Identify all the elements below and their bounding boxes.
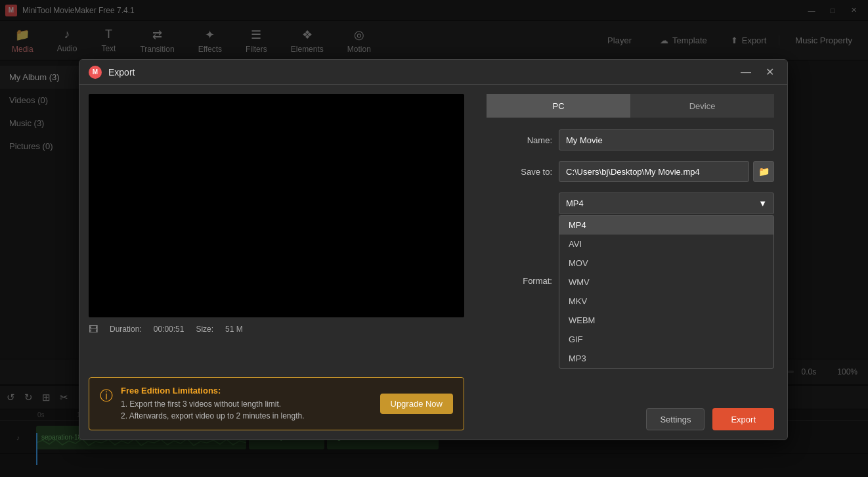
format-select-wrap: MP4 ▼ MP4 AVI MOV WMV MKV WEBM GIF: [559, 193, 774, 369]
limitation-text: Free Edition Limitations: 1. Export the …: [121, 386, 372, 422]
folder-icon: 📁: [758, 166, 770, 177]
limitation-line2: 2. Afterwards, export video up to 2 minu…: [121, 410, 372, 422]
browse-button[interactable]: 📁: [753, 161, 774, 182]
format-option-mkv[interactable]: MKV: [559, 292, 773, 311]
duration-value: 00:00:51: [154, 325, 184, 334]
name-label: Name:: [487, 135, 552, 145]
size-value: 51 M: [225, 325, 243, 334]
settings-button[interactable]: Settings: [646, 408, 705, 430]
upgrade-now-button[interactable]: Upgrade Now: [380, 394, 454, 414]
format-option-mp4[interactable]: MP4: [559, 216, 773, 235]
dialog-title: Export: [108, 67, 730, 78]
preview-info: 🎞 Duration: 00:00:51 Size: 51 M: [89, 324, 464, 334]
format-row: Format: MP4 ▼ MP4 AVI MOV WMV MKV: [487, 193, 774, 369]
tab-device[interactable]: Device: [630, 94, 774, 118]
format-dropdown: MP4 AVI MOV WMV MKV WEBM GIF MP3: [559, 215, 774, 369]
limitation-title: Free Edition Limitations:: [121, 386, 372, 396]
format-label: Format:: [487, 276, 552, 286]
preview-film-icon: 🎞: [89, 324, 98, 334]
format-option-webm[interactable]: WEBM: [559, 311, 773, 330]
export-action-button[interactable]: Export: [712, 408, 774, 430]
dialog-close-button[interactable]: ✕: [762, 64, 778, 80]
format-option-mov[interactable]: MOV: [559, 254, 773, 273]
name-input[interactable]: [559, 129, 774, 150]
format-option-gif[interactable]: GIF: [559, 330, 773, 349]
dialog-footer: Settings Export: [487, 398, 774, 430]
format-selected[interactable]: MP4 ▼: [559, 193, 774, 214]
dialog-titlebar: M Export — ✕: [79, 60, 787, 85]
duration-label: Duration:: [110, 325, 142, 334]
dialog-preview: 🎞 Duration: 00:00:51 Size: 51 M ⓘ Free E…: [79, 85, 473, 440]
info-icon: ⓘ: [100, 387, 113, 405]
limitation-line1: 1. Export the first 3 videos without len…: [121, 398, 372, 410]
format-option-mp3[interactable]: MP3: [559, 349, 773, 368]
dialog-settings: PC Device Name: Save to: 📁: [473, 85, 787, 440]
save-to-input[interactable]: [559, 161, 749, 182]
dialog-app-icon: M: [89, 66, 102, 79]
format-option-wmv[interactable]: WMV: [559, 273, 773, 292]
modal-overlay: M Export — ✕ 🎞 Duration: 00:00:51 Size: …: [0, 0, 868, 477]
chevron-down-icon: ▼: [758, 198, 767, 208]
dialog-minimize-button[interactable]: —: [737, 65, 755, 80]
name-row: Name:: [487, 129, 774, 150]
export-dialog: M Export — ✕ 🎞 Duration: 00:00:51 Size: …: [79, 59, 788, 440]
save-to-wrap: 📁: [559, 161, 774, 182]
save-to-label: Save to:: [487, 167, 552, 177]
size-label: Size:: [196, 325, 213, 334]
tab-pc[interactable]: PC: [487, 94, 630, 118]
tab-row: PC Device: [487, 94, 774, 118]
save-to-row: Save to: 📁: [487, 161, 774, 182]
limitation-box: ⓘ Free Edition Limitations: 1. Export th…: [89, 377, 464, 430]
dialog-body: 🎞 Duration: 00:00:51 Size: 51 M ⓘ Free E…: [79, 85, 787, 440]
preview-screen: [89, 94, 464, 317]
format-option-avi[interactable]: AVI: [559, 235, 773, 254]
